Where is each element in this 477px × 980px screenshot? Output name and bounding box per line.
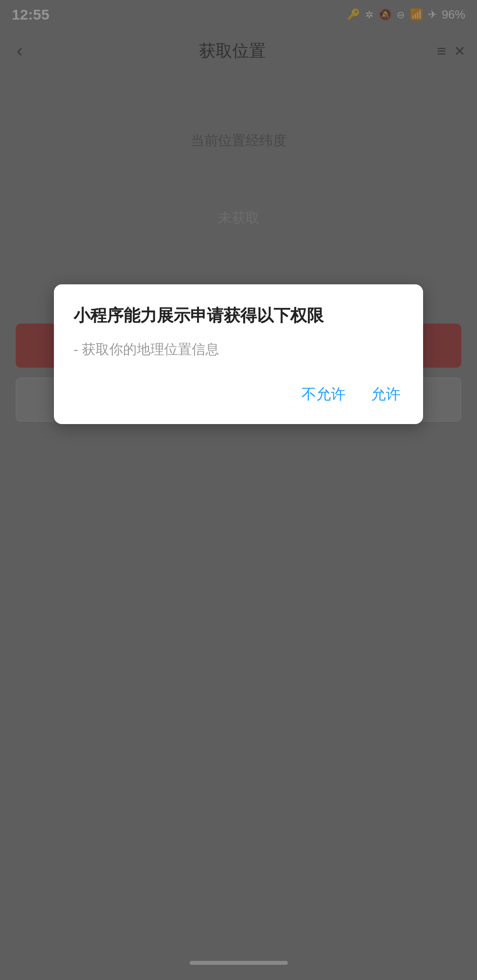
deny-button[interactable]: 不允许 bbox=[299, 379, 349, 409]
dialog-actions: 不允许 允许 bbox=[74, 375, 403, 409]
permission-dialog: 小程序能力展示申请获得以下权限 - 获取你的地理位置信息 不允许 允许 bbox=[54, 284, 423, 424]
dialog-overlay bbox=[0, 0, 477, 980]
dialog-title: 小程序能力展示申请获得以下权限 bbox=[74, 304, 403, 327]
allow-button[interactable]: 允许 bbox=[368, 379, 403, 409]
dialog-permission-text: - 获取你的地理位置信息 bbox=[74, 339, 403, 360]
